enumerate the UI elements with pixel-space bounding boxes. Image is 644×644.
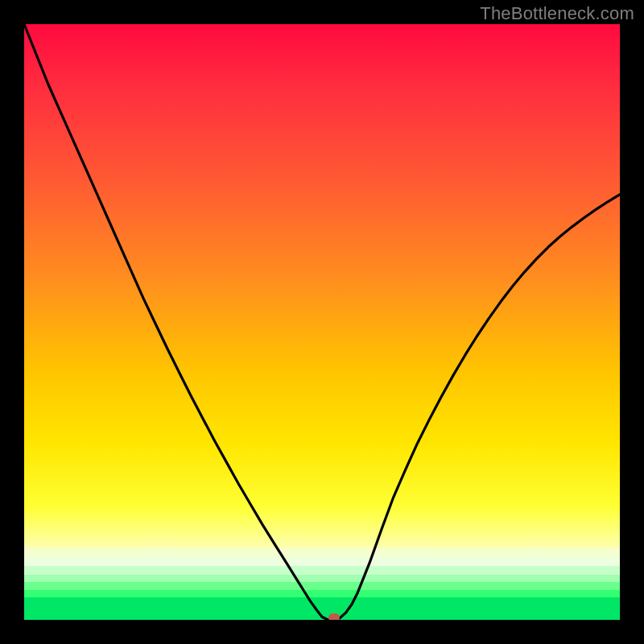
- optimal-marker: [328, 613, 340, 620]
- watermark-text: TheBottleneck.com: [480, 3, 634, 24]
- plot-area: [24, 24, 620, 620]
- bottleneck-curve: [24, 24, 620, 620]
- chart-frame: TheBottleneck.com: [0, 0, 644, 644]
